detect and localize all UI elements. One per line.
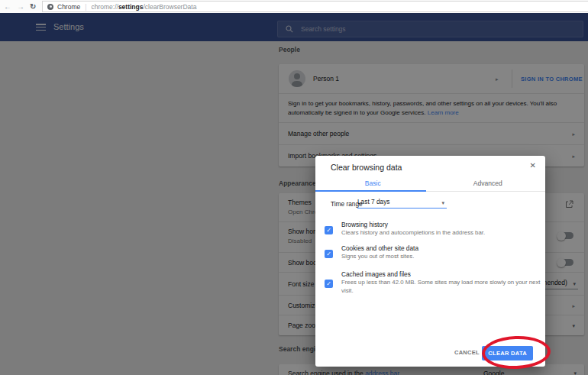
time-range-value: Last 7 days <box>357 198 389 205</box>
dialog-tabs: Basic Advanced <box>315 176 545 192</box>
cached-images-label: Cached images and files <box>341 270 411 278</box>
active-tab-underline <box>315 190 426 192</box>
clear-browsing-data-dialog: Clear browsing data ✕ Basic Advanced Tim… <box>315 156 545 367</box>
url-path: /clearBrowserData <box>143 3 196 11</box>
browsing-history-checkbox[interactable]: ✓ <box>325 226 333 234</box>
cached-images-sub: Frees up less than 42.0 MB. Some sites m… <box>341 279 541 295</box>
cookies-checkbox[interactable]: ✓ <box>325 250 333 258</box>
cached-images-checkbox[interactable]: ✓ <box>325 280 333 288</box>
back-icon[interactable]: ← <box>4 3 11 11</box>
forward-icon[interactable]: → <box>17 3 24 11</box>
browser-toolbar: ← → ↻ Chrome | chrome://settings/clearBr… <box>0 0 588 13</box>
screen: ← → ↻ Chrome | chrome://settings/clearBr… <box>0 0 588 375</box>
dropdown-arrow-icon: ▾ <box>441 200 444 205</box>
cookies-sub: Signs you out of most sites. <box>341 253 541 261</box>
url-scheme: chrome:// <box>91 3 118 11</box>
omnibox-separator: | <box>85 3 86 11</box>
url-host: settings <box>118 3 144 11</box>
cancel-button[interactable]: CANCEL <box>454 349 480 356</box>
chrome-badge-label: Chrome <box>57 3 80 11</box>
time-range-select[interactable]: Last 7 days ▾ <box>357 196 447 209</box>
address-bar[interactable]: Chrome | chrome://settings/clearBrowserD… <box>42 1 588 12</box>
browsing-history-label: Browsing history <box>341 221 388 228</box>
dialog-title: Clear browsing data <box>331 163 402 172</box>
tab-advanced[interactable]: Advanced <box>431 176 546 191</box>
cookies-label: Cookies and other site data <box>341 244 418 252</box>
clear-data-button[interactable]: CLEAR DATA <box>482 346 533 360</box>
close-icon[interactable]: ✕ <box>530 161 536 170</box>
tab-basic[interactable]: Basic <box>315 176 431 191</box>
browsing-history-sub: Clears history and autocompletions in th… <box>341 229 541 238</box>
reload-icon[interactable]: ↻ <box>30 3 36 11</box>
chrome-page-icon <box>47 4 53 10</box>
